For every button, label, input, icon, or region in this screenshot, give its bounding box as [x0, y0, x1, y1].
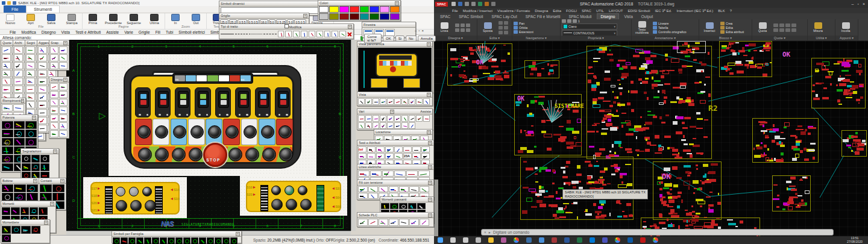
linetype-sample[interactable] — [263, 34, 277, 34]
color-swatch[interactable] — [360, 6, 370, 13]
qat-icon[interactable] — [491, 2, 495, 6]
palette-symbol-button[interactable] — [2, 54, 11, 61]
palette-symbol-button[interactable] — [412, 146, 421, 152]
color-swatch[interactable] — [380, 6, 389, 13]
palette-symbol-button[interactable] — [409, 186, 419, 192]
palette-symbol-button[interactable] — [399, 203, 407, 209]
palette-symbol-button[interactable] — [421, 146, 430, 152]
palette-symbol-button[interactable] — [394, 146, 403, 152]
palette-symbol-button[interactable] — [50, 83, 58, 90]
palette-symbol-button[interactable] — [408, 203, 417, 209]
assistant-button-no[interactable]: No — [406, 36, 417, 42]
ribbon-button-sposta[interactable]: Sposta — [479, 22, 497, 33]
color-swatch[interactable] — [390, 13, 400, 20]
family-symbol-button[interactable] — [199, 237, 206, 244]
palette-symbol-button[interactable] — [38, 117, 47, 124]
dimension-tool-icon[interactable] — [773, 28, 778, 32]
toolbar-button-ultima[interactable]: Ultima — [144, 13, 165, 25]
doc-minimize-icon[interactable]: – — [415, 29, 417, 33]
ribbon-button-estensioni[interactable]: Estensioni — [514, 30, 533, 34]
palette-symbol-button[interactable] — [389, 186, 398, 192]
maximize-icon[interactable]: ▫ — [857, 2, 858, 6]
drawing-vertical-scrollbar[interactable] — [351, 40, 356, 231]
close-icon[interactable]: × — [236, 232, 240, 236]
palette-symbol-button[interactable] — [403, 146, 412, 152]
command-line-bar[interactable]: × ▸ Digitare un comando — [481, 229, 834, 236]
assistant-button-come-si-fa[interactable]: Come si fa? — [364, 34, 382, 43]
ribbon-tab-spac-lay-out[interactable]: SPAC Lay-Out — [488, 14, 521, 19]
palette-symbol-button[interactable] — [39, 207, 47, 215]
tab-file[interactable]: File — [4, 5, 26, 13]
palette-symbol-button[interactable] — [22, 163, 31, 171]
palette-symbol-button[interactable] — [38, 101, 47, 108]
palette-symbol-button[interactable] — [11, 207, 19, 215]
palette-symbol-button[interactable] — [25, 130, 37, 137]
palette-symbol-button[interactable] — [385, 153, 394, 159]
palette-symbol-button[interactable] — [370, 170, 382, 177]
palette-symbol-button[interactable] — [38, 78, 47, 85]
onedrive-icon[interactable] — [564, 237, 570, 243]
photos-icon[interactable] — [615, 237, 620, 243]
palette-symbol-button[interactable] — [358, 122, 365, 129]
menu-item-blk[interactable]: BLK — [718, 9, 725, 13]
palette-symbol-button[interactable] — [376, 153, 385, 159]
close-icon[interactable]: × — [427, 130, 431, 134]
skype-icon[interactable] — [590, 237, 595, 243]
ribbon-tab-spac-moduli[interactable]: SPAC Moduli — [565, 14, 595, 19]
palette-symbol-button[interactable] — [368, 193, 378, 199]
menu-item-spac[interactable]: SPAC — [582, 9, 591, 13]
draw-tool-icon[interactable] — [461, 23, 465, 27]
palette-symbol-button[interactable] — [373, 122, 379, 129]
toolbar-button-prima[interactable]: Prima — [83, 13, 103, 25]
close-icon[interactable]: × — [63, 41, 68, 45]
palette-symbol-button[interactable] — [50, 99, 58, 106]
family-symbol-button[interactable] — [230, 237, 237, 244]
draw-tool-icon[interactable] — [455, 28, 459, 32]
palette-symbol-button[interactable] — [22, 155, 31, 163]
palette-symbol-button[interactable] — [358, 219, 368, 226]
palette-symbol-button[interactable] — [420, 186, 429, 192]
color-swatch[interactable] — [390, 6, 400, 13]
family-symbol-button[interactable] — [152, 237, 159, 244]
color-swatch[interactable] — [370, 6, 379, 13]
palette-symbol-button[interactable] — [38, 93, 47, 101]
access-icon[interactable] — [552, 237, 557, 243]
palette-symbol-button[interactable] — [2, 207, 10, 215]
palette-symbol-button[interactable] — [20, 207, 29, 215]
menu-item-testi-e-attributi[interactable]: Testi e Attributi — [75, 30, 101, 34]
palette-symbol-button[interactable] — [21, 226, 30, 234]
layer-tool-icon[interactable] — [573, 19, 577, 23]
linetype-tool-button[interactable] — [285, 31, 292, 37]
menu-item-fogli[interactable]: FOGLI — [566, 9, 577, 13]
linetype-tool-button[interactable] — [301, 31, 307, 37]
palette-symbol-button[interactable]: 23A — [403, 153, 412, 159]
griglia-value[interactable]: 2.500,2.500 (on) — [346, 238, 375, 242]
doc-restore-icon[interactable]: ▫ — [418, 29, 420, 33]
close-icon[interactable]: × — [428, 165, 432, 169]
linetype-sample[interactable] — [235, 34, 248, 34]
app-window-icon[interactable] — [539, 237, 544, 243]
palette-symbol-button[interactable] — [50, 114, 58, 122]
schema-drawing-area[interactable]: 1122334455667788AABBCCDD ▷ ◁ TXRX STOP — [66, 40, 351, 231]
palette-symbol-button[interactable] — [416, 115, 423, 122]
qat-icon[interactable] — [485, 2, 489, 6]
toolbar-button-out[interactable]: Out — [186, 13, 206, 25]
palette-symbol-button[interactable] — [376, 146, 385, 152]
cortana-icon[interactable] — [463, 237, 468, 243]
palette-symbol-button[interactable] — [380, 122, 386, 129]
color-swatch[interactable] — [380, 13, 389, 20]
family-symbol-button[interactable] — [183, 237, 190, 244]
palette-symbol-button[interactable] — [38, 86, 47, 93]
palette-symbol-button[interactable] — [14, 193, 25, 201]
panorama-thumbnail[interactable] — [358, 48, 432, 92]
palette-symbol-button[interactable] — [27, 184, 38, 192]
palette-symbol-button[interactable] — [50, 46, 58, 54]
close-command-icon[interactable]: × — [484, 230, 486, 234]
close-icon[interactable]: × — [63, 78, 68, 82]
menu-item-util[interactable]: UTIL — [596, 9, 604, 13]
menu-item-fili[interactable]: Fili — [156, 30, 160, 34]
toolbar-button-salva[interactable]: Salva — [41, 13, 61, 25]
palette-symbol-button[interactable] — [358, 98, 365, 105]
draw-tool-icon[interactable] — [461, 28, 465, 32]
qat-icon[interactable] — [465, 2, 469, 6]
